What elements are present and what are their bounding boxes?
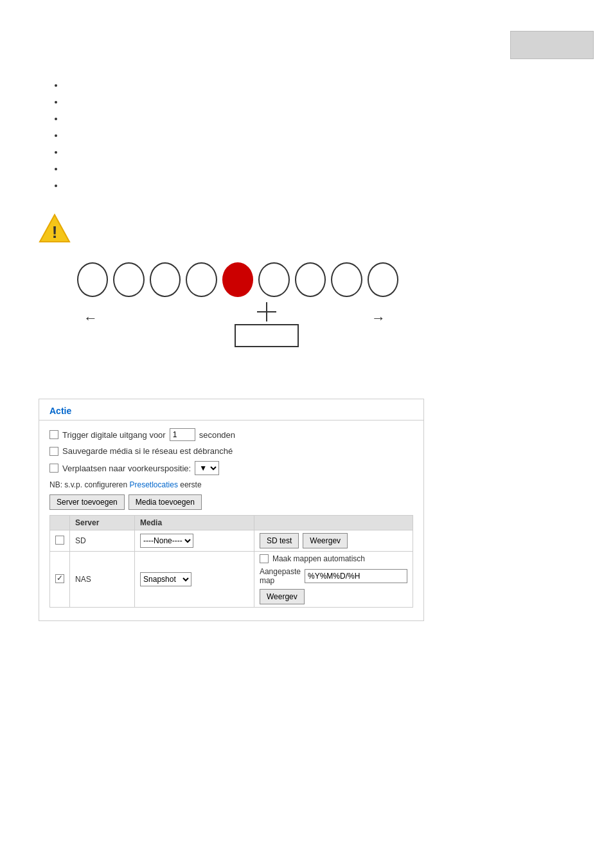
list-item xyxy=(64,144,574,161)
table-header-server: Server xyxy=(70,516,135,530)
center-indicator xyxy=(235,302,299,347)
table-header-actions xyxy=(254,516,413,530)
actie-title: Actie xyxy=(39,399,423,420)
right-arrow: → xyxy=(371,310,386,327)
aangepaste-map-input[interactable] xyxy=(305,569,407,583)
maak-mappen-label: Maak mappen automatisch xyxy=(272,554,365,563)
table-row-nas: NAS Snapshot Maak mappen automatisch xyxy=(50,552,413,608)
top-right-box xyxy=(510,31,594,59)
maak-mappen-checkbox[interactable] xyxy=(260,554,269,563)
list-item xyxy=(64,127,574,144)
buffer-circle-2 xyxy=(113,262,144,297)
list-item xyxy=(64,111,574,127)
trigger-row: Trigger digitale uitgang voor seconden xyxy=(49,428,413,441)
actie-section: Actie Trigger digitale uitgang voor seco… xyxy=(39,399,424,621)
verplaatsen-row: Verplaatsen naar voorkeurspositie: ▼ xyxy=(49,461,413,475)
bullet-list xyxy=(64,77,574,194)
buffer-circle-1 xyxy=(77,262,108,297)
note-suffix: eerste xyxy=(180,480,201,489)
nas-server-label: NAS xyxy=(75,575,91,584)
verplaatsen-label: Verplaatsen naar voorkeurspositie: xyxy=(62,464,191,473)
list-item xyxy=(64,177,574,194)
nas-checkbox[interactable] xyxy=(55,574,64,583)
table-header-media: Media xyxy=(135,516,254,530)
sauvegarde-row: Sauvegarde média si le réseau est débran… xyxy=(49,446,413,456)
buffer-diagram: ← → xyxy=(77,262,398,347)
preset-select[interactable]: ▼ xyxy=(195,461,219,475)
sauvegarde-checkbox[interactable] xyxy=(49,447,58,456)
list-item xyxy=(64,77,574,94)
sd-server-label: SD xyxy=(75,536,86,545)
sd-media-select[interactable]: ----None---- xyxy=(140,534,193,548)
media-toevoegen-button[interactable]: Media toevoegen xyxy=(129,494,202,510)
list-item xyxy=(64,94,574,111)
sd-test-button[interactable]: SD test xyxy=(260,533,299,548)
buffer-circle-8 xyxy=(331,262,362,297)
trigger-checkbox[interactable] xyxy=(49,430,58,439)
table-row-sd: SD ----None---- SD test Weergev xyxy=(50,530,413,552)
sd-checkbox[interactable] xyxy=(55,536,64,545)
trigger-box xyxy=(235,324,299,347)
buffer-circle-7 xyxy=(295,262,326,297)
nas-media-select[interactable]: Snapshot xyxy=(140,572,191,586)
preset-locaties-link[interactable]: Presetlocaties xyxy=(130,480,178,489)
nas-weergev-button[interactable]: Weergev xyxy=(260,589,305,604)
trigger-input[interactable] xyxy=(170,428,195,441)
warning-icon: ! xyxy=(39,213,71,243)
warning-section: ! xyxy=(39,213,574,243)
buffer-circle-4 xyxy=(186,262,217,297)
buffer-circle-6 xyxy=(258,262,289,297)
list-item xyxy=(64,161,574,177)
note-prefix: NB: s.v.p. configureren xyxy=(49,480,127,489)
left-arrow: ← xyxy=(84,310,98,327)
buffer-circle-9 xyxy=(368,262,398,297)
sd-weergev-button[interactable]: Weergev xyxy=(303,533,348,548)
note-row: NB: s.v.p. configureren Presetlocaties e… xyxy=(49,480,413,489)
table-header-check xyxy=(50,516,70,530)
trigger-label: Trigger digitale uitgang voor xyxy=(62,430,166,440)
trigger-unit: seconden xyxy=(199,430,235,440)
circles-row xyxy=(77,262,398,297)
add-buttons-row: Server toevoegen Media toevoegen xyxy=(49,494,413,510)
server-toevoegen-button[interactable]: Server toevoegen xyxy=(49,494,125,510)
buffer-circle-3 xyxy=(150,262,181,297)
svg-text:!: ! xyxy=(52,222,58,242)
server-media-table: Server Media SD ----None---- xyxy=(49,515,413,608)
sauvegarde-label: Sauvegarde média si le réseau est débran… xyxy=(62,446,233,456)
buffer-circle-5-active xyxy=(222,262,253,297)
verplaatsen-checkbox[interactable] xyxy=(49,464,58,473)
aangepaste-map-label: Aangepaste map xyxy=(260,567,301,585)
